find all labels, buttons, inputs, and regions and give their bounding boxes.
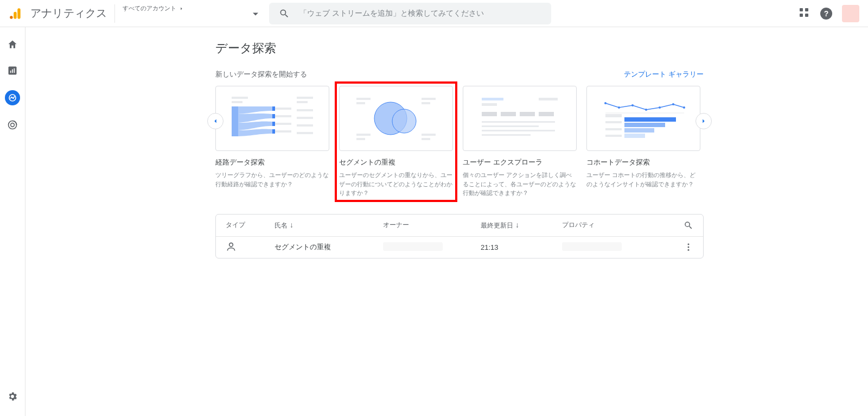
svg-rect-1 <box>14 11 16 18</box>
svg-rect-19 <box>297 124 313 127</box>
card-title: 経路データ探索 <box>215 157 329 167</box>
svg-rect-5 <box>12 70 13 73</box>
card-desc: ユーザー コホートの行動の推移から、どのようなインサイトが確認できますか？ <box>586 171 700 188</box>
svg-rect-34 <box>422 138 430 140</box>
svg-rect-15 <box>297 109 313 111</box>
svg-rect-27 <box>356 98 371 100</box>
svg-rect-10 <box>232 97 248 99</box>
analytics-logo[interactable] <box>9 7 23 21</box>
sort-arrow-icon: ↓ <box>515 220 519 229</box>
divider <box>114 4 115 23</box>
row-more-button[interactable] <box>672 242 693 252</box>
row-name: セグメントの重複 <box>275 242 383 252</box>
svg-rect-40 <box>482 112 497 116</box>
card-cohort-exploration[interactable]: コホートデータ探索 ユーザー コホートの行動の推移から、どのようなインサイトが確… <box>586 86 700 198</box>
app-title: アナリティクス <box>30 6 107 21</box>
svg-rect-60 <box>624 134 645 138</box>
col-header-type[interactable]: タイプ <box>226 220 275 230</box>
card-title: ユーザー エクスプローラ <box>463 157 577 167</box>
start-label: 新しいデータ探索を開始する <box>215 70 307 79</box>
nav-settings-icon[interactable] <box>6 390 19 403</box>
explorations-list: タイプ 氏名↓ オーナー 最終更新日↓ プロパティ <box>215 214 704 259</box>
svg-point-67 <box>688 249 690 251</box>
search-placeholder: 「ウェブ ストリームを追加」と検索してみてください <box>299 9 484 18</box>
svg-rect-42 <box>520 112 535 116</box>
svg-point-50 <box>631 104 634 106</box>
svg-point-2 <box>10 16 12 18</box>
card-title: セグメントの重複 <box>339 157 453 167</box>
app-header: アナリティクス すべてのアカウント Property 「ウェブ ストリームを追加… <box>0 0 868 27</box>
svg-rect-56 <box>605 114 622 117</box>
svg-rect-30 <box>422 102 430 104</box>
svg-rect-24 <box>272 114 275 118</box>
svg-point-64 <box>229 243 233 247</box>
row-updated: 21:13 <box>481 243 562 251</box>
svg-rect-43 <box>539 112 554 116</box>
svg-point-51 <box>645 109 647 111</box>
svg-rect-20 <box>275 130 291 133</box>
svg-rect-38 <box>539 98 558 100</box>
svg-rect-11 <box>297 97 313 99</box>
svg-rect-12 <box>232 101 242 103</box>
avatar[interactable] <box>842 5 859 22</box>
help-icon[interactable]: ? <box>820 8 832 20</box>
svg-point-48 <box>604 102 607 104</box>
card-desc: ツリーグラフから、ユーザーのどのような行動経路が確認できますか？ <box>215 171 329 188</box>
apps-icon[interactable] <box>800 8 810 19</box>
card-user-explorer[interactable]: ユーザー エクスプローラ 個々のユーザー アクションを詳しく調べることによって、… <box>463 86 577 198</box>
sort-arrow-icon: ↓ <box>290 220 293 229</box>
svg-rect-4 <box>10 71 11 73</box>
col-header-property[interactable]: プロパティ <box>562 220 672 230</box>
card-path-exploration[interactable]: 経路データ探索 ツリーグラフから、ユーザーのどのような行動経路が確認できますか？ <box>215 86 329 198</box>
svg-point-36 <box>392 109 416 133</box>
svg-rect-29 <box>356 102 365 104</box>
page-title: データ探索 <box>215 40 704 56</box>
main-content: データ探索 新しいデータ探索を開始する テンプレート ギャラリー <box>25 27 868 416</box>
search-icon <box>279 8 290 19</box>
svg-rect-31 <box>356 134 371 136</box>
carousel-next-button[interactable] <box>695 113 712 129</box>
col-header-owner[interactable]: オーナー <box>383 220 481 230</box>
template-cards-row: 経路データ探索 ツリーグラフから、ユーザーのどのような行動経路が確認できますか？ <box>215 86 704 198</box>
col-header-name[interactable]: 氏名↓ <box>275 220 383 230</box>
svg-rect-45 <box>482 125 539 127</box>
card-segment-overlap[interactable]: セグメントの重複 ユーザーのセグメントの重なりから、ユーザーの行動についてどのよ… <box>336 83 456 201</box>
svg-rect-16 <box>275 115 291 117</box>
col-header-updated[interactable]: 最終更新日↓ <box>481 220 562 230</box>
row-type-icon <box>226 241 275 254</box>
card-desc: 個々のユーザー アクションを詳しく調べることによって、各ユーザーのどのような行動… <box>463 171 577 198</box>
svg-rect-46 <box>482 130 555 131</box>
svg-rect-17 <box>297 117 313 119</box>
nav-home-icon[interactable] <box>6 38 19 51</box>
nav-reports-icon[interactable] <box>6 64 19 77</box>
svg-point-9 <box>11 123 15 127</box>
svg-rect-39 <box>482 103 497 106</box>
svg-rect-58 <box>624 123 665 127</box>
svg-rect-14 <box>275 108 291 110</box>
svg-point-49 <box>618 106 620 109</box>
chevron-down-icon <box>253 12 258 15</box>
svg-rect-0 <box>17 8 20 19</box>
nav-explore-icon[interactable] <box>5 90 20 105</box>
list-search-button[interactable] <box>672 220 693 230</box>
nav-advertising-icon[interactable] <box>6 118 19 131</box>
svg-rect-62 <box>605 128 622 130</box>
svg-rect-25 <box>272 122 275 126</box>
list-row[interactable]: セグメントの重複 21:13 <box>216 236 703 258</box>
template-gallery-link[interactable]: テンプレート ギャラリー <box>624 70 704 79</box>
svg-rect-28 <box>422 98 436 100</box>
search-input[interactable]: 「ウェブ ストリームを追加」と検索してみてください <box>269 3 551 24</box>
svg-rect-33 <box>356 138 365 140</box>
svg-point-65 <box>688 243 690 245</box>
svg-rect-59 <box>624 128 654 133</box>
svg-rect-57 <box>624 117 676 122</box>
svg-rect-23 <box>272 106 275 111</box>
svg-rect-26 <box>272 129 275 134</box>
account-top-label: すべてのアカウント <box>123 4 176 12</box>
left-nav-rail <box>0 27 25 416</box>
account-selector[interactable]: すべてのアカウント Property <box>123 2 258 24</box>
svg-point-53 <box>672 103 674 105</box>
svg-rect-61 <box>605 121 622 123</box>
svg-point-66 <box>688 247 690 248</box>
carousel-prev-button[interactable] <box>207 113 224 129</box>
